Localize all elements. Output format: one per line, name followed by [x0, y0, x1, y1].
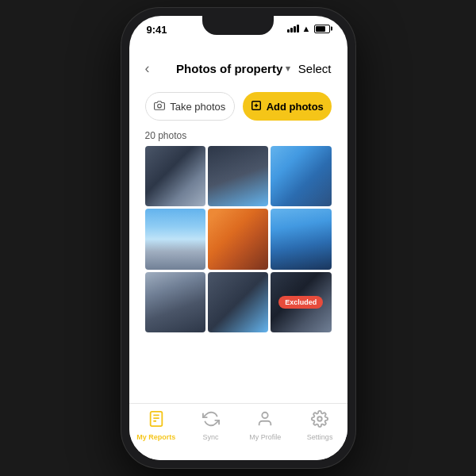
svg-point-0 [158, 104, 162, 108]
photo-cell-6[interactable] [271, 209, 331, 269]
photo-cell-8[interactable] [208, 272, 268, 332]
tab-label-my-profile: My Profile [249, 433, 281, 441]
camera-icon [154, 100, 165, 113]
wifi-icon: ▲ [302, 24, 311, 33]
photo-cell-1[interactable] [145, 146, 205, 206]
nav-bar: ‹ Photos of property ▾ Select [129, 51, 347, 86]
notch [202, 16, 274, 35]
photo-grid: Excluded [129, 146, 347, 332]
signal-icon [287, 25, 299, 33]
tab-icon-my-profile [256, 410, 274, 432]
tab-sync[interactable]: Sync [187, 410, 235, 441]
svg-point-7 [317, 416, 322, 421]
tab-icon-settings [311, 410, 328, 432]
add-photos-button[interactable]: Add photos [243, 92, 332, 121]
title-chevron-icon[interactable]: ▾ [286, 63, 290, 74]
photo-cell-2[interactable] [208, 146, 268, 206]
battery-icon [314, 25, 330, 33]
back-button[interactable]: ‹ [145, 60, 169, 77]
photo-cell-7[interactable] [145, 272, 205, 332]
photo-cell-4[interactable] [145, 209, 205, 269]
tab-label-my-reports: My Reports [136, 433, 175, 441]
select-button[interactable]: Select [298, 62, 332, 75]
phone-screen: 9:41 ▲ ‹ Photos of property ▾ [129, 16, 347, 460]
add-icon [251, 100, 262, 113]
photo-cell-9[interactable]: Excluded [271, 272, 331, 332]
excluded-badge: Excluded [278, 296, 323, 309]
tab-icon-my-reports [148, 410, 165, 432]
photos-count: 20 photos [129, 127, 347, 146]
take-photos-button[interactable]: Take photos [145, 92, 236, 121]
photo-cell-5[interactable] [208, 209, 268, 269]
status-time: 9:41 [147, 24, 167, 36]
tab-label-settings: Settings [307, 433, 333, 441]
tab-settings[interactable]: Settings [296, 410, 344, 441]
tab-my-profile[interactable]: My Profile [241, 410, 289, 441]
page-title: Photos of property ▾ [176, 62, 290, 75]
add-photos-label: Add photos [267, 101, 324, 113]
tab-bar: My ReportsSyncMy ProfileSettings [129, 403, 347, 460]
tab-my-reports[interactable]: My Reports [132, 410, 180, 441]
phone-frame: 9:41 ▲ ‹ Photos of property ▾ [121, 8, 355, 468]
page-title-text: Photos of property [176, 62, 282, 75]
tab-label-sync: Sync [203, 433, 219, 441]
take-photos-label: Take photos [170, 101, 225, 113]
tab-icon-sync [202, 410, 220, 432]
photo-cell-3[interactable] [271, 146, 331, 206]
status-icons: ▲ [287, 24, 330, 33]
action-buttons: Take photos Add photos [129, 86, 347, 127]
svg-point-6 [263, 413, 268, 418]
